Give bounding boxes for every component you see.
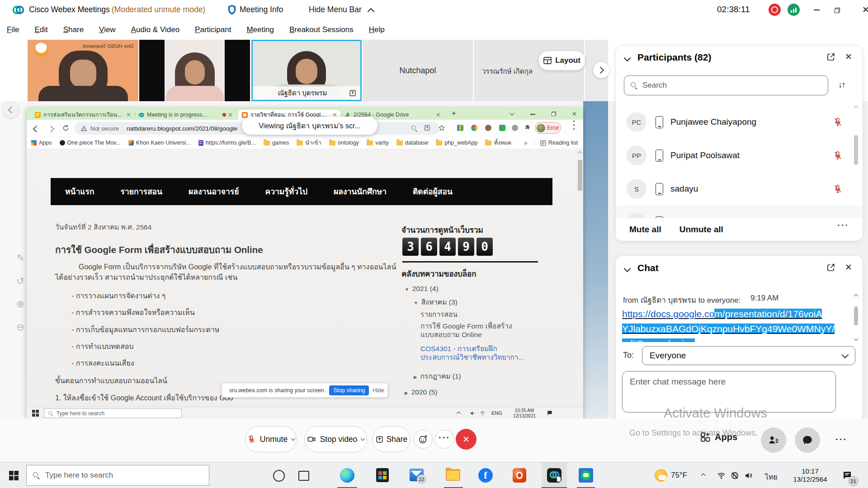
blog-nav-contact[interactable]: ติดต่อผู้สอน	[413, 185, 453, 198]
panel-more-icon[interactable]	[835, 434, 847, 445]
browser-close-icon[interactable]	[572, 112, 576, 116]
blog-nav-home[interactable]: หน้าแรก	[65, 185, 94, 198]
more-options-button[interactable]	[435, 430, 454, 449]
bookmark-kku[interactable]: Khon Kaen Universi...	[128, 140, 191, 146]
extension-icon-1[interactable]	[457, 125, 463, 131]
no-internet-globe-icon[interactable]	[731, 471, 739, 480]
chat-message-link[interactable]: https://docs.google.com/presentation/d/1…	[622, 306, 849, 342]
participants-close-icon[interactable]	[845, 53, 852, 60]
chat-close-icon[interactable]	[845, 264, 852, 270]
blog-nav-general[interactable]: ความรู้ทั่วไป	[265, 185, 307, 198]
participants-search-box[interactable]	[624, 75, 828, 95]
archive-july[interactable]: กรกฎาคม (1)	[414, 371, 461, 382]
taskbar-clock[interactable]: 10:17 13/12/2564	[788, 467, 833, 483]
chat-popout-icon[interactable]	[826, 263, 835, 272]
scrollbar-thumb[interactable]	[578, 160, 582, 191]
shared-start-icon[interactable]	[32, 410, 39, 417]
hide-menu-bar-button[interactable]: Hide Menu Bar	[309, 5, 362, 14]
archive-post-raikarnson[interactable]: รายการสอน	[420, 309, 458, 320]
start-button[interactable]	[9, 471, 19, 480]
reactions-button[interactable]	[414, 430, 433, 449]
participant-row[interactable]: PC Punjawee Chaiyapong	[616, 105, 863, 139]
meeting-info-button[interactable]: Meeting Info	[240, 5, 283, 14]
cortana-icon[interactable]	[273, 470, 285, 482]
triangle-right-icon[interactable]	[405, 388, 408, 396]
shared-search-box[interactable]: Type here to search	[44, 408, 182, 418]
chat-input[interactable]	[629, 376, 831, 409]
mail-icon[interactable]: 22	[410, 469, 424, 481]
extensions-puzzle-icon[interactable]	[524, 124, 531, 131]
shared-network-icon[interactable]	[480, 410, 486, 416]
annotate-pen-icon[interactable]: ✎	[14, 246, 27, 269]
chat-recipient-dropdown[interactable]: Everyone	[642, 346, 855, 365]
video-tile-2[interactable]	[139, 40, 250, 101]
archive-2020[interactable]: 2020 (5)	[405, 388, 437, 396]
browser-restore-icon[interactable]	[552, 112, 556, 116]
muted-mic-icon[interactable]	[833, 150, 843, 160]
muted-mic-icon[interactable]	[833, 117, 843, 127]
send-to-devices-icon[interactable]	[424, 124, 431, 131]
muted-mic-icon[interactable]	[833, 184, 843, 194]
bookmark-folder-import[interactable]: นำเข้า	[297, 138, 321, 147]
link-selected-part[interactable]: edit?usp=sharing	[622, 338, 695, 342]
participants-sort-icon[interactable]	[838, 80, 845, 90]
video-tile-4[interactable]: Nutchapol	[363, 40, 473, 101]
video-tile-5[interactable]: วรรณรักษ์ เกิดกุล	[474, 40, 584, 101]
bookmark-folder-phpwebapp[interactable]: php_webApp	[436, 140, 477, 146]
shared-lang-indicator[interactable]: ENG	[491, 410, 502, 416]
new-tab-button[interactable]: +	[452, 109, 456, 118]
tab2-close-icon[interactable]	[228, 113, 232, 117]
close-button[interactable]	[863, 6, 868, 13]
temperature-label[interactable]: 75°F	[671, 471, 687, 480]
share-button[interactable]: Share	[372, 426, 410, 452]
tab1-close-icon[interactable]	[126, 113, 131, 117]
page-scrollbar[interactable]	[577, 149, 583, 407]
office-icon[interactable]	[513, 468, 526, 483]
back-icon[interactable]	[33, 126, 40, 133]
mute-all-button[interactable]: Mute all	[629, 225, 661, 235]
participants-toggle-button[interactable]	[761, 427, 786, 453]
extension-icon-2[interactable]	[471, 125, 477, 131]
file-explorer-icon[interactable]	[446, 469, 460, 481]
blog-nav-courses[interactable]: รายการสอน	[121, 185, 162, 198]
tab4-close-icon[interactable]	[436, 113, 440, 117]
strip-scroll-left-button[interactable]	[3, 102, 19, 118]
shared-speaker-icon[interactable]	[470, 410, 476, 416]
store-icon[interactable]	[376, 468, 389, 482]
chat-scroll-down-icon[interactable]	[854, 337, 859, 341]
hide-sharing-button[interactable]: Hide	[373, 387, 384, 394]
layout-button[interactable]: Layout	[538, 51, 585, 70]
strip-scroll-right-button[interactable]	[593, 62, 609, 78]
language-indicator[interactable]: ไทย	[765, 471, 778, 483]
chat-scrollbar-thumb[interactable]	[854, 306, 858, 325]
blog-nav-teacher-works[interactable]: ผลงานอาจารย์	[189, 185, 239, 198]
browser-minimize-icon[interactable]	[530, 114, 535, 115]
extension-icon-3[interactable]	[485, 125, 491, 131]
triangle-down-icon[interactable]	[405, 285, 409, 293]
menu-share[interactable]: Share	[63, 25, 84, 34]
blog-nav-student-works[interactable]: ผลงานนักศึกษา	[334, 185, 387, 198]
archive-2021[interactable]: 2021 (4)	[405, 285, 439, 293]
unmute-options-chevron-icon[interactable]	[291, 436, 296, 441]
profile-error-badge[interactable]: Error	[535, 122, 561, 134]
restore-button[interactable]	[835, 8, 840, 13]
link-plain-part[interactable]: https://docs.google.co	[622, 309, 714, 319]
participant-row[interactable]: PP Puripat Poolsawat	[616, 139, 863, 172]
page-zoom-icon[interactable]	[411, 126, 417, 131]
bookmark-apps[interactable]: Apps	[31, 140, 52, 146]
archive-august[interactable]: สิงหาคม (3)	[414, 296, 458, 308]
forward-icon[interactable]	[47, 126, 55, 133]
zoom-out-icon[interactable]: ⊖	[14, 315, 27, 338]
video-tile-1[interactable]: One HUSO Teamwork	[28, 40, 138, 101]
webex-taskbar-icon[interactable]	[547, 468, 561, 483]
minimize-button[interactable]	[814, 9, 820, 10]
stop-video-button[interactable]: Stop video	[304, 426, 367, 452]
bookmark-folder-database[interactable]: database	[396, 140, 428, 146]
post-title[interactable]: การใช้ Google Form เพื่อสร้างแบบสอบถาม O…	[55, 242, 263, 257]
participants-popout-icon[interactable]	[826, 52, 835, 61]
browser-tab-2[interactable]: Meeting is in progress...	[137, 110, 235, 120]
participants-more-icon[interactable]	[837, 220, 849, 230]
extension-icon-5[interactable]	[512, 125, 518, 131]
leave-meeting-button[interactable]	[456, 429, 476, 450]
menu-view[interactable]: View	[99, 25, 116, 34]
